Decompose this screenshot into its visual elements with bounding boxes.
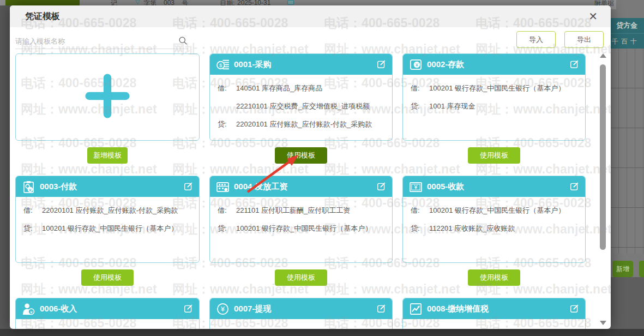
- template-card: 0008-缴纳增值税 借:222102 应交税费_未交增值税: [402, 298, 586, 329]
- use-template-button[interactable]: 使用模板: [468, 147, 520, 164]
- background-left-strip: [0, 5, 10, 329]
- edit-icon[interactable]: [184, 304, 194, 314]
- entry-line: 借:100201 银行存款_中国民生银行（基本户）: [411, 206, 579, 215]
- yen-circle-icon: ¥: [215, 302, 230, 316]
- template-card-entries: 借:1001 库存现金: [210, 319, 392, 329]
- svg-text:$: $: [219, 62, 222, 68]
- template-card-title: 0004-发放工资: [234, 182, 377, 192]
- clipboard-yen-icon: ¥: [21, 179, 35, 194]
- entry-line: 贷:100201 银行存款_中国民生银行（基本户）: [23, 224, 192, 233]
- entry-line: 贷:100201 银行存款_中国民生银行（基本户）: [218, 224, 386, 233]
- modal-title: 凭证模板: [25, 5, 60, 27]
- template-card: ¥ 0005-收款 借:100201 银行存款_中国民生银行（基本户）贷:112…: [402, 176, 586, 263]
- template-card-header: ¥ 0002-存款: [403, 54, 585, 75]
- plus-icon: [84, 73, 131, 122]
- background-bottom-strip: [0, 329, 644, 336]
- entry-line: 借:221101 应付职工薪酬_应付职工工资: [218, 206, 386, 215]
- template-card-title: 0003-付款: [40, 182, 184, 192]
- entry-line: 借:100201 银行存款_中国民生银行（基本户）: [411, 83, 579, 93]
- template-card-title: 0005-收款: [427, 182, 570, 192]
- template-card-title: 0008-缴纳增值税: [427, 304, 570, 314]
- person-coin-icon: ¥: [21, 302, 35, 316]
- template-card-cell: ¥ 0007-提现 借:1001 库存现金 使用模板: [209, 298, 393, 329]
- scrollbar-thumb[interactable]: [600, 64, 606, 250]
- background-bottom-area: [611, 277, 644, 329]
- svg-text:¥: ¥: [30, 309, 33, 314]
- edit-icon[interactable]: [184, 182, 194, 191]
- template-card-cell: ¥ 0002-存款 借:100201 银行存款_中国民生银行（基本户）贷:100…: [402, 53, 586, 176]
- edit-icon[interactable]: [570, 59, 580, 69]
- svg-text:¥: ¥: [220, 305, 225, 313]
- background-green-button: [5, 0, 80, 5]
- template-card: ¥ 0003-付款 借:22020101 应付账款_应付账款-付款_采购款贷:1…: [15, 176, 200, 263]
- edit-icon[interactable]: [377, 182, 387, 191]
- template-card-cell: 0004-发放工资 借:221101 应付职工薪酬_应付职工工资贷:100201…: [209, 176, 393, 298]
- template-card-title: 0001-采购: [234, 59, 377, 70]
- template-card: 0004-发放工资 借:221101 应付职工薪酬_应付职工工资贷:100201…: [209, 176, 393, 263]
- import-button[interactable]: 导入: [516, 31, 556, 48]
- entry-line: 贷:22020101 应付账款_应付账款-付款_采购款: [218, 119, 386, 129]
- template-card: ¥ 0002-存款 借:100201 银行存款_中国民生银行（基本户）贷:100…: [402, 53, 586, 141]
- entry-line: 22210101 应交税费_应交增值税_进项税额: [218, 101, 386, 111]
- template-card-entries: 借:221101 应付职工薪酬_应付职工工资贷:100201 银行存款_中国民生…: [210, 197, 392, 233]
- entry-line: 借:222102 应交税费_未交增值税: [411, 328, 579, 329]
- background-voucher-topbar: 记 ▽ 字第 003 号 日期: 2025-10-31: [0, 0, 644, 5]
- template-card: ¥ 0006-收入 借:112201 应收账款_应收账款: [15, 298, 200, 329]
- add-template-card[interactable]: [15, 53, 200, 141]
- template-search: [15, 34, 189, 49]
- template-card-cell: 0008-缴纳增值税 借:222102 应交税费_未交增值税 使用模板: [402, 298, 586, 329]
- template-card-title: 0006-收入: [40, 304, 184, 314]
- add-template-cell: 新增模板: [15, 53, 200, 176]
- template-card-cell: ¥ 0003-付款 借:22020101 应付账款_应付账款-付款_采购款贷:1…: [15, 176, 200, 298]
- edit-icon[interactable]: [570, 182, 580, 191]
- funnel-icon: ▽: [135, 0, 140, 5]
- template-card-cell: ¥ 0005-收款 借:100201 银行存款_中国民生银行（基本户）贷:112…: [402, 176, 586, 298]
- digit-columns-header: 千百十万: [611, 33, 644, 49]
- chart-icon: [408, 302, 423, 316]
- template-card-header: $ 0001-采购: [210, 54, 392, 75]
- search-input[interactable]: [15, 34, 173, 48]
- use-template-button[interactable]: 使用模板: [275, 269, 327, 286]
- banknote-icon: ¥: [408, 179, 423, 194]
- entry-line: 借:1001 库存现金: [218, 328, 386, 329]
- template-card: ¥ 0007-提现 借:1001 库存现金: [209, 298, 393, 329]
- use-template-button[interactable]: 使用模板: [81, 269, 134, 286]
- scrollbar-up-arrow[interactable]: [600, 53, 606, 58]
- edit-icon[interactable]: [377, 59, 387, 69]
- template-card-header: ¥ 0007-提现: [210, 298, 392, 319]
- template-card-header: ¥ 0003-付款: [16, 176, 199, 197]
- template-card-entries: 借:100201 银行存款_中国民生银行（基本户）贷:112201 应收账款_应…: [403, 197, 585, 233]
- new-template-button[interactable]: 新增模板: [87, 147, 128, 164]
- background-table-grid: [611, 49, 644, 254]
- calendar-icon: [287, 0, 294, 5]
- scrollbar-down-arrow[interactable]: [600, 321, 606, 325]
- close-icon[interactable]: ✕: [588, 10, 598, 23]
- use-template-button[interactable]: 使用模板: [275, 147, 327, 164]
- template-card-entries: 借:112201 应收账款_应收账款: [16, 319, 199, 329]
- template-card-cell: $ 0001-采购 借:140501 库存商品_库存商品22210101 应交税…: [209, 53, 393, 176]
- use-template-button[interactable]: 使用模板: [468, 269, 520, 286]
- background-add-button-2[interactable]: [639, 261, 644, 277]
- svg-text:¥: ¥: [29, 187, 32, 192]
- entry-line: 借:140501 库存商品_库存商品: [218, 83, 386, 93]
- template-cards-grid: 新增模板 $ 0001-采购 借:140501 库存商品_库存商品2221010…: [15, 53, 595, 329]
- edit-icon[interactable]: [570, 304, 580, 314]
- template-card-entries: 借:140501 库存商品_库存商品22210101 应交税费_应交增值税_进项…: [210, 75, 392, 129]
- modal-header: 凭证模板 ✕: [10, 5, 611, 27]
- export-button[interactable]: 导出: [564, 31, 604, 48]
- template-card-title: 0002-存款: [427, 59, 570, 70]
- template-card-cell: ¥ 0006-收入 借:112201 应收账款_应收账款 使用模板: [15, 298, 200, 329]
- template-card-header: ¥ 0005-收款: [403, 176, 585, 197]
- entry-line: 贷:112201 应收账款_应收账款: [411, 224, 579, 233]
- template-card-header: 0008-缴纳增值税: [403, 298, 585, 319]
- edit-icon[interactable]: [377, 304, 387, 314]
- template-card-title: 0007-提现: [234, 304, 377, 314]
- search-icon[interactable]: [178, 36, 188, 47]
- svg-text:¥: ¥: [413, 184, 417, 190]
- safe-box-icon: ¥: [408, 57, 423, 71]
- svg-text:¥: ¥: [415, 62, 418, 68]
- entry-line: 借:112201 应收账款_应收账款: [23, 328, 192, 329]
- modal-scrollbar: [599, 53, 607, 325]
- template-card: $ 0001-采购 借:140501 库存商品_库存商品22210101 应交税…: [209, 53, 393, 141]
- background-add-button[interactable]: 新增: [612, 261, 633, 277]
